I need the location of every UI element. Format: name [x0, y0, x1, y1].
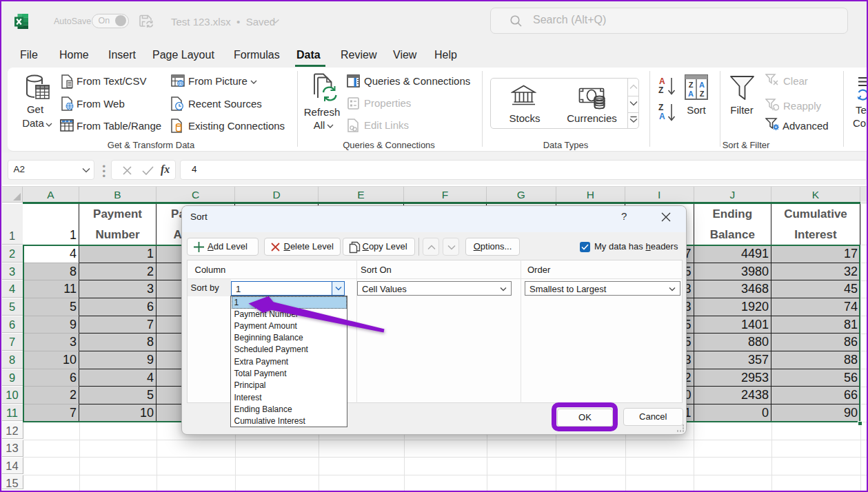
svg-text:Z: Z: [700, 90, 705, 98]
svg-text:A: A: [688, 90, 694, 98]
svg-text:Z: Z: [689, 81, 694, 89]
svg-text:A: A: [699, 81, 705, 89]
